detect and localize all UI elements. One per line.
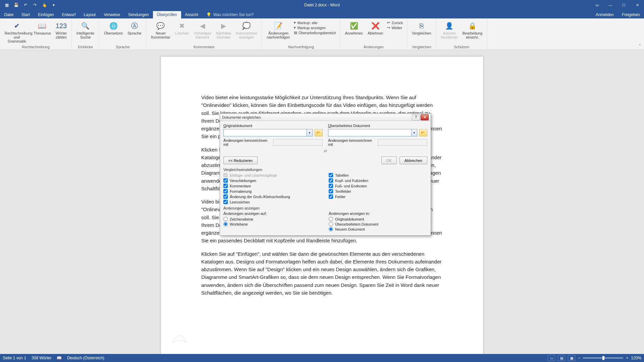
chk-moves[interactable]: Verschiebungen <box>223 178 322 183</box>
chk-fields[interactable]: Felder <box>329 194 427 199</box>
tab-view[interactable]: Ansicht <box>181 11 202 18</box>
revised-document-input[interactable] <box>328 129 411 136</box>
next-icon: ▶ <box>218 20 229 31</box>
chk-case[interactable]: Änderung der Groß-/Kleinschreibung <box>223 194 322 199</box>
group-compare: ⎘Vergleichen Vergleichen <box>407 18 436 50</box>
language-button[interactable]: ⒶSprache <box>125 20 143 36</box>
chk-textboxes[interactable]: Textfelder <box>329 189 427 193</box>
chk-formatting[interactable]: Formatierung <box>223 189 322 193</box>
revised-document-combo[interactable]: ▼ <box>328 129 417 136</box>
original-browse-button[interactable]: 📂 <box>315 129 323 136</box>
tell-me-search[interactable]: 💡Was möchten Sie tun? <box>202 11 258 18</box>
qat-customize-button[interactable]: ▾ <box>50 1 58 9</box>
chk-whitespace[interactable]: Leerzeichen <box>223 200 322 204</box>
zoom-thumb[interactable] <box>602 356 604 360</box>
folder-icon: 📂 <box>421 131 426 135</box>
reviewing-pane-dropdown[interactable]: ▤Überarbeitungsbereich <box>294 31 336 35</box>
read-mode-button[interactable]: ▭ <box>548 355 555 361</box>
dialog-titlebar[interactable]: Dokumente vergleichen ? ✕ <box>220 114 431 121</box>
tab-mailings[interactable]: Sendungen <box>124 11 153 18</box>
chk-tables[interactable]: Tabellen <box>329 173 427 177</box>
dialog-help-button[interactable]: ? <box>412 114 420 120</box>
redo-button[interactable]: ↷ <box>31 1 39 9</box>
chk-headers-footers[interactable]: Kopf- und Fußzeilen <box>329 178 427 183</box>
spellcheck-button[interactable]: ✔Rechtschreibungund Grammatik <box>3 20 31 44</box>
back-icon: ↩ <box>387 20 390 25</box>
tab-insert[interactable]: Einfügen <box>34 11 58 18</box>
cancel-button[interactable]: Abbrechen <box>399 157 427 164</box>
zoom-out-button[interactable]: − <box>578 356 580 360</box>
wordcount-icon: 123 <box>56 20 66 31</box>
swap-documents-button[interactable]: ⇄ <box>223 148 427 154</box>
accept-button[interactable]: ✅Annehmen <box>343 20 365 36</box>
paragraph[interactable]: Klicken Sie auf "Einfügen", und wählen S… <box>201 250 443 297</box>
tab-start[interactable]: Start <box>17 11 34 18</box>
show-comments-button[interactable]: 💭Kommentareanzeigen <box>234 20 259 40</box>
wordcount-button[interactable]: 123Wörterzählen <box>54 20 69 40</box>
display-for-review-dropdown[interactable]: ▾Markup: alle <box>294 20 336 25</box>
show-at-label: Änderungen anzeigen auf: <box>223 212 322 216</box>
zoom-level[interactable]: 120% <box>631 356 641 360</box>
ribbon-tabs: Datei Start Einfügen Entwurf Layout Verw… <box>0 10 644 18</box>
new-comment-button[interactable]: 💬NeuerKommentar <box>149 20 172 40</box>
reduce-button[interactable]: << Reduzieren <box>223 157 258 164</box>
page-indicator[interactable]: Seite 1 von 1 <box>3 356 26 360</box>
next-comment-button[interactable]: ▶NächstesElement <box>214 20 233 40</box>
word-count-indicator[interactable]: 308 Wörter <box>32 356 51 360</box>
minimize-button[interactable]: ― <box>604 0 617 10</box>
translate-button[interactable]: 🌐Übersetzen <box>102 20 125 36</box>
touch-mode-button[interactable]: 👆 <box>40 1 48 9</box>
dialog-close-button[interactable]: ✕ <box>421 114 429 120</box>
zoom-in-button[interactable]: + <box>626 356 628 360</box>
tab-review[interactable]: Überprüfen <box>153 11 181 18</box>
undo-button[interactable]: ↶ <box>21 1 30 9</box>
tab-references[interactable]: Verweise <box>100 11 124 18</box>
chevron-down-icon[interactable]: ▼ <box>411 129 417 136</box>
chk-footnotes[interactable]: Fuß- und Endnoten <box>329 184 427 188</box>
radio-in-new[interactable]: Neuem Dokument <box>329 227 427 231</box>
folder-icon: 📂 <box>316 131 321 135</box>
original-document-input[interactable] <box>223 129 307 136</box>
reject-button[interactable]: ❌Ablehnen <box>366 20 385 36</box>
show-markup-dropdown[interactable]: ▾Markup anzeigen <box>294 25 336 30</box>
thesaurus-button[interactable]: 📖Thesaurus <box>32 20 53 36</box>
prev-comment-button[interactable]: ◀VorherigesElement <box>192 20 213 40</box>
revised-browse-button[interactable]: 📂 <box>419 129 427 136</box>
tab-layout[interactable]: Layout <box>79 11 100 18</box>
original-document-combo[interactable]: ▼ <box>223 129 313 136</box>
smartlookup-button[interactable]: 🔍IntelligenteSuche <box>74 20 96 40</box>
ok-button[interactable]: OK <box>381 157 397 164</box>
ribbon-display-options[interactable]: ▭ <box>590 0 604 10</box>
chevron-down-icon[interactable]: ▼ <box>307 129 313 136</box>
group-label: Nachverfolgung <box>265 44 337 49</box>
group-label: Vergleichen <box>410 44 433 49</box>
prev-change-button[interactable]: ↩Zurück <box>387 20 403 25</box>
next-change-button[interactable]: ↪Weiter <box>387 25 403 30</box>
proofing-icon[interactable]: 📖 <box>57 356 62 360</box>
radio-in-original[interactable]: Originaldokument <box>329 217 427 221</box>
chk-comments[interactable]: Kommentare <box>223 184 322 188</box>
window-title: Datei 2.docx - Word <box>304 3 340 7</box>
collapse-ribbon-button[interactable]: ˄ <box>636 18 644 50</box>
radio-char-level[interactable]: Zeichenebene <box>223 217 322 221</box>
compare-button[interactable]: ⎘Vergleichen <box>410 20 433 36</box>
delete-comment-button[interactable]: ✖Löschen <box>173 20 191 36</box>
tab-file[interactable]: Datei <box>0 11 17 18</box>
radio-word-level[interactable]: Wortebene <box>223 222 322 226</box>
language-indicator[interactable]: Deutsch (Österreich) <box>67 356 104 360</box>
forward-icon: ↪ <box>387 25 390 30</box>
track-changes-button[interactable]: 📝Änderungennachverfolgen <box>265 20 292 40</box>
close-window-button[interactable]: ✕ <box>631 0 644 10</box>
signin-link[interactable]: Anmelden <box>592 11 618 18</box>
print-layout-button[interactable]: ▤ <box>558 355 565 361</box>
block-authors-button[interactable]: 👤Autorenblockieren <box>439 20 460 40</box>
web-layout-button[interactable]: ▦ <box>568 355 575 361</box>
maximize-button[interactable]: ☐ <box>617 0 631 10</box>
ribbon: ✔Rechtschreibungund Grammatik 📖Thesaurus… <box>0 18 644 50</box>
share-button[interactable]: Freigeben <box>618 11 644 18</box>
radio-in-revised[interactable]: Überarbeitetem Dokument <box>329 222 427 226</box>
tab-design[interactable]: Entwurf <box>58 11 80 18</box>
restrict-editing-button[interactable]: 🔒Bearbeitungeinschr. <box>461 20 484 40</box>
save-button[interactable]: 💾 <box>12 1 20 9</box>
zoom-slider[interactable] <box>583 357 623 359</box>
